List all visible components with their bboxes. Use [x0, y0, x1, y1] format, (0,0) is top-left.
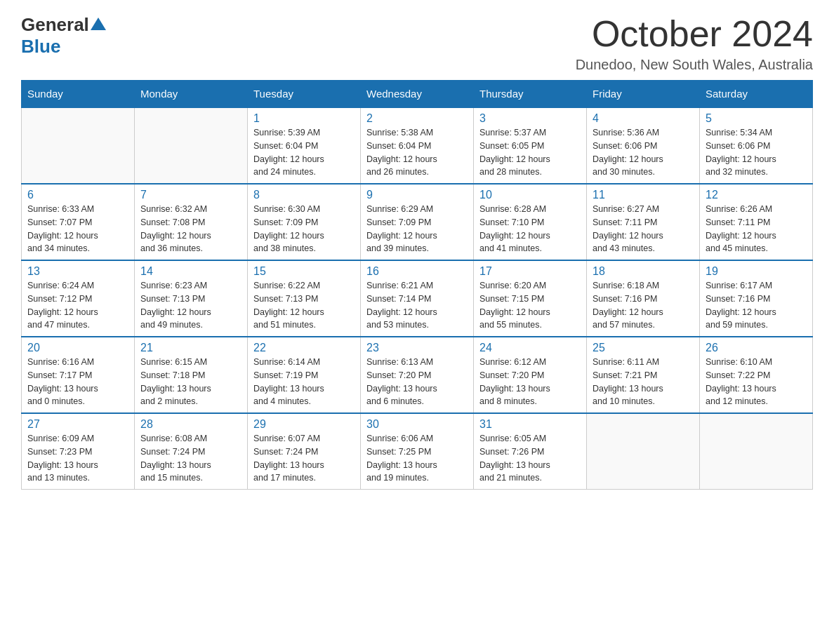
calendar-cell: 13Sunrise: 6:24 AM Sunset: 7:12 PM Dayli… — [22, 260, 135, 337]
day-info: Sunrise: 6:12 AM Sunset: 7:20 PM Dayligh… — [479, 356, 581, 408]
day-info: Sunrise: 6:24 AM Sunset: 7:12 PM Dayligh… — [27, 279, 128, 332]
calendar-cell — [135, 107, 248, 184]
day-number: 25 — [593, 342, 694, 354]
day-info: Sunrise: 6:05 AM Sunset: 7:26 PM Dayligh… — [479, 432, 581, 485]
day-info: Sunrise: 6:10 AM Sunset: 7:22 PM Dayligh… — [706, 356, 807, 408]
calendar-cell: 14Sunrise: 6:23 AM Sunset: 7:13 PM Dayli… — [135, 260, 248, 337]
day-number: 19 — [706, 265, 807, 278]
week-row-1: 1Sunrise: 5:39 AM Sunset: 6:04 PM Daylig… — [22, 107, 813, 184]
weekday-header-sunday: Sunday — [22, 81, 135, 108]
weekday-header-saturday: Saturday — [700, 81, 813, 108]
day-info: Sunrise: 6:09 AM Sunset: 7:23 PM Dayligh… — [27, 432, 128, 485]
day-info: Sunrise: 6:15 AM Sunset: 7:18 PM Dayligh… — [140, 356, 241, 408]
day-info: Sunrise: 5:37 AM Sunset: 6:05 PM Dayligh… — [479, 126, 581, 179]
day-number: 30 — [366, 418, 468, 431]
calendar-cell: 22Sunrise: 6:14 AM Sunset: 7:19 PM Dayli… — [248, 337, 361, 413]
calendar-cell: 15Sunrise: 6:22 AM Sunset: 7:13 PM Dayli… — [248, 260, 361, 337]
weekday-header-friday: Friday — [587, 81, 700, 108]
day-number: 26 — [706, 342, 807, 354]
week-row-2: 6Sunrise: 6:33 AM Sunset: 7:07 PM Daylig… — [22, 184, 813, 260]
calendar-cell: 23Sunrise: 6:13 AM Sunset: 7:20 PM Dayli… — [361, 337, 474, 413]
weekday-header-monday: Monday — [135, 81, 248, 108]
day-info: Sunrise: 6:07 AM Sunset: 7:24 PM Dayligh… — [253, 432, 355, 485]
week-row-3: 13Sunrise: 6:24 AM Sunset: 7:12 PM Dayli… — [22, 260, 813, 337]
day-info: Sunrise: 6:08 AM Sunset: 7:24 PM Dayligh… — [140, 432, 241, 485]
logo-blue-text: Blue — [21, 36, 60, 58]
calendar-cell: 6Sunrise: 6:33 AM Sunset: 7:07 PM Daylig… — [22, 184, 135, 260]
page-header: General Blue October 2024 Dunedoo, New S… — [21, 14, 813, 73]
calendar-cell: 9Sunrise: 6:29 AM Sunset: 7:09 PM Daylig… — [361, 184, 474, 260]
day-info: Sunrise: 6:06 AM Sunset: 7:25 PM Dayligh… — [366, 432, 468, 485]
day-number: 31 — [479, 418, 581, 431]
day-info: Sunrise: 6:18 AM Sunset: 7:16 PM Dayligh… — [593, 279, 694, 332]
logo-triangle-icon — [91, 18, 106, 30]
calendar-cell: 30Sunrise: 6:06 AM Sunset: 7:25 PM Dayli… — [361, 413, 474, 490]
calendar-cell: 2Sunrise: 5:38 AM Sunset: 6:04 PM Daylig… — [361, 107, 474, 184]
calendar-cell: 20Sunrise: 6:16 AM Sunset: 7:17 PM Dayli… — [22, 337, 135, 413]
day-info: Sunrise: 6:13 AM Sunset: 7:20 PM Dayligh… — [366, 356, 468, 408]
calendar-cell — [587, 413, 700, 490]
day-number: 23 — [366, 342, 468, 354]
day-number: 28 — [140, 418, 241, 431]
day-number: 8 — [253, 189, 355, 201]
calendar-cell: 10Sunrise: 6:28 AM Sunset: 7:10 PM Dayli… — [474, 184, 587, 260]
day-number: 1 — [253, 112, 355, 125]
calendar-cell: 1Sunrise: 5:39 AM Sunset: 6:04 PM Daylig… — [248, 107, 361, 184]
calendar-cell: 3Sunrise: 5:37 AM Sunset: 6:05 PM Daylig… — [474, 107, 587, 184]
day-number: 11 — [593, 189, 694, 201]
day-info: Sunrise: 6:32 AM Sunset: 7:08 PM Dayligh… — [140, 203, 241, 255]
calendar-cell: 27Sunrise: 6:09 AM Sunset: 7:23 PM Dayli… — [22, 413, 135, 490]
day-info: Sunrise: 5:39 AM Sunset: 6:04 PM Dayligh… — [253, 126, 355, 179]
calendar-cell: 26Sunrise: 6:10 AM Sunset: 7:22 PM Dayli… — [700, 337, 813, 413]
day-number: 20 — [27, 342, 128, 354]
week-row-5: 27Sunrise: 6:09 AM Sunset: 7:23 PM Dayli… — [22, 413, 813, 490]
day-number: 24 — [479, 342, 581, 354]
calendar-cell: 24Sunrise: 6:12 AM Sunset: 7:20 PM Dayli… — [474, 337, 587, 413]
day-number: 9 — [366, 189, 468, 201]
day-number: 22 — [253, 342, 355, 354]
day-info: Sunrise: 6:27 AM Sunset: 7:11 PM Dayligh… — [593, 203, 694, 255]
day-info: Sunrise: 5:34 AM Sunset: 6:06 PM Dayligh… — [706, 126, 807, 179]
day-info: Sunrise: 6:22 AM Sunset: 7:13 PM Dayligh… — [253, 279, 355, 332]
calendar-cell: 4Sunrise: 5:36 AM Sunset: 6:06 PM Daylig… — [587, 107, 700, 184]
day-number: 4 — [593, 112, 694, 125]
calendar-cell: 12Sunrise: 6:26 AM Sunset: 7:11 PM Dayli… — [700, 184, 813, 260]
day-number: 16 — [366, 265, 468, 278]
weekday-header-tuesday: Tuesday — [248, 81, 361, 108]
day-number: 29 — [253, 418, 355, 431]
day-number: 2 — [366, 112, 468, 125]
day-number: 17 — [479, 265, 581, 278]
title-section: October 2024 Dunedoo, New South Wales, A… — [576, 14, 813, 73]
week-row-4: 20Sunrise: 6:16 AM Sunset: 7:17 PM Dayli… — [22, 337, 813, 413]
day-info: Sunrise: 6:23 AM Sunset: 7:13 PM Dayligh… — [140, 279, 241, 332]
logo: General Blue — [21, 14, 107, 58]
day-number: 13 — [27, 265, 128, 278]
calendar-cell: 5Sunrise: 5:34 AM Sunset: 6:06 PM Daylig… — [700, 107, 813, 184]
day-number: 7 — [140, 189, 241, 201]
calendar-cell: 29Sunrise: 6:07 AM Sunset: 7:24 PM Dayli… — [248, 413, 361, 490]
day-info: Sunrise: 6:17 AM Sunset: 7:16 PM Dayligh… — [706, 279, 807, 332]
location-title: Dunedoo, New South Wales, Australia — [576, 57, 813, 73]
month-title: October 2024 — [576, 14, 813, 54]
calendar-cell: 21Sunrise: 6:15 AM Sunset: 7:18 PM Dayli… — [135, 337, 248, 413]
calendar-cell: 19Sunrise: 6:17 AM Sunset: 7:16 PM Dayli… — [700, 260, 813, 337]
day-info: Sunrise: 5:36 AM Sunset: 6:06 PM Dayligh… — [593, 126, 694, 179]
calendar-cell: 11Sunrise: 6:27 AM Sunset: 7:11 PM Dayli… — [587, 184, 700, 260]
day-info: Sunrise: 6:14 AM Sunset: 7:19 PM Dayligh… — [253, 356, 355, 408]
calendar-cell — [22, 107, 135, 184]
day-number: 10 — [479, 189, 581, 201]
day-info: Sunrise: 6:21 AM Sunset: 7:14 PM Dayligh… — [366, 279, 468, 332]
calendar-cell: 18Sunrise: 6:18 AM Sunset: 7:16 PM Dayli… — [587, 260, 700, 337]
day-info: Sunrise: 6:30 AM Sunset: 7:09 PM Dayligh… — [253, 203, 355, 255]
day-info: Sunrise: 6:33 AM Sunset: 7:07 PM Dayligh… — [27, 203, 128, 255]
calendar-cell: 16Sunrise: 6:21 AM Sunset: 7:14 PM Dayli… — [361, 260, 474, 337]
day-number: 6 — [27, 189, 128, 201]
calendar-cell: 31Sunrise: 6:05 AM Sunset: 7:26 PM Dayli… — [474, 413, 587, 490]
calendar-cell: 28Sunrise: 6:08 AM Sunset: 7:24 PM Dayli… — [135, 413, 248, 490]
weekday-header-wednesday: Wednesday — [361, 81, 474, 108]
day-info: Sunrise: 6:11 AM Sunset: 7:21 PM Dayligh… — [593, 356, 694, 408]
day-info: Sunrise: 5:38 AM Sunset: 6:04 PM Dayligh… — [366, 126, 468, 179]
logo-general-text: General — [21, 14, 89, 36]
day-number: 27 — [27, 418, 128, 431]
calendar-cell: 8Sunrise: 6:30 AM Sunset: 7:09 PM Daylig… — [248, 184, 361, 260]
